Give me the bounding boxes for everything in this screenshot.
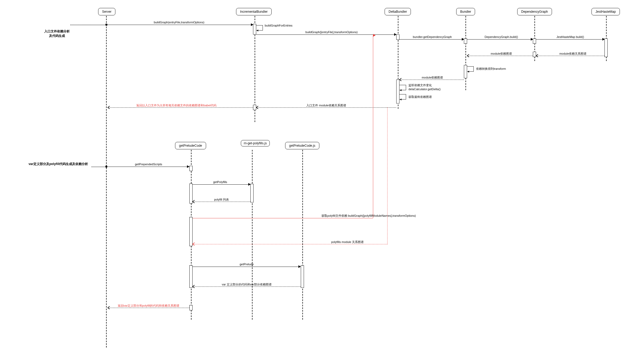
participant-get-prelude-code: getPreludeCode bbox=[175, 142, 206, 149]
msg-module-dep bbox=[467, 56, 533, 56]
lifeline-bundler bbox=[465, 16, 466, 90]
msg-dep-graph-build bbox=[467, 39, 533, 40]
activation-prelude-5 bbox=[189, 305, 193, 310]
participant-dependency-graph: DependencyGraph bbox=[517, 8, 552, 15]
activation-inc-bundler-1 bbox=[253, 24, 256, 34]
arrowhead-red-icon bbox=[193, 243, 195, 245]
label-module-dep: module依赖图谱 bbox=[483, 52, 520, 56]
activation-dep-graph-2 bbox=[533, 52, 536, 57]
arrowhead-icon bbox=[108, 306, 110, 309]
label-entry-module-dep: 入口文件 module依赖关系图谱 bbox=[292, 103, 361, 107]
msg-polyfill-list bbox=[193, 202, 250, 202]
msg-module-dep-rel bbox=[536, 56, 604, 56]
label-return-entry: 返回以入口文件为主所有相关依赖文件的依赖图谱和babel代码 bbox=[117, 103, 236, 107]
activation-prelude-3 bbox=[189, 217, 193, 246]
arrowhead-icon bbox=[400, 99, 401, 101]
msg-get-polyfill-dep bbox=[193, 218, 373, 218]
lifeline-rn-get-polyfills bbox=[252, 150, 253, 320]
arrowhead-icon bbox=[399, 78, 402, 81]
msg-get-dep-graph bbox=[399, 39, 464, 40]
section-label-1: 入口文件依赖分析及代码生成 bbox=[44, 29, 70, 38]
arrowhead-red-icon bbox=[373, 34, 376, 37]
arrowhead-icon bbox=[187, 165, 189, 168]
label-build-graph-1: buildGraph(entryFile,transformOptions) bbox=[133, 21, 225, 24]
participant-delta-bundler: DeltaBundler bbox=[385, 8, 411, 15]
msg-build-graph-1 bbox=[106, 25, 253, 25]
msg-return-entry bbox=[108, 107, 253, 108]
label-dep-transform: 依赖转换得到transform bbox=[476, 67, 506, 71]
msg-get-prepended bbox=[108, 167, 189, 167]
label-polyfill-list: polyfill 列表 bbox=[207, 198, 236, 202]
participant-get-prelude-code-js: getPreludeCode.js bbox=[285, 142, 319, 149]
section-label-2: var定义部分及polyfill代码生成及依赖分析 bbox=[25, 162, 92, 166]
arrowhead-icon bbox=[467, 71, 469, 73]
label-jest-haste-build: JestHasteMap build() bbox=[546, 35, 594, 38]
lifeline-server bbox=[106, 16, 107, 348]
arrowhead-icon bbox=[193, 200, 195, 203]
label-module-dep-rel: module依赖关系图谱 bbox=[552, 52, 594, 56]
participant-incremental-bundler: IncrementalBundler bbox=[236, 8, 272, 15]
activation-jest-haste bbox=[604, 38, 608, 57]
arrowhead-icon bbox=[467, 54, 470, 57]
activation-prelude-js bbox=[301, 265, 304, 288]
label-get-polyfill-dep: 获取polyfill文件依赖 buildGraph([polyfillModul… bbox=[302, 214, 435, 218]
activation-dep-graph-1 bbox=[533, 38, 536, 44]
msg-polyfills-module bbox=[193, 244, 387, 244]
label-get-final-dep: 获取最终依赖图谱 bbox=[408, 95, 432, 99]
arrowhead-icon bbox=[108, 106, 110, 109]
label-listen-dep: 监听依赖文件变化 bbox=[408, 83, 432, 87]
arrowhead-icon bbox=[536, 54, 539, 57]
activation-inc-bundler-2 bbox=[253, 105, 256, 110]
section1-connector bbox=[70, 25, 105, 25]
label-dela-calc: delaCalculator.getDelta() bbox=[408, 88, 441, 91]
label-get-prelude: getPrelude bbox=[231, 263, 263, 266]
label-get-prepended: getPrependedScripts bbox=[122, 163, 175, 166]
vline-red-down bbox=[387, 107, 388, 244]
arrowhead-icon bbox=[193, 285, 195, 288]
label-return-var: 返回var定义部分和polyfill的代码和依赖关系图谱 bbox=[111, 304, 186, 308]
label-dep-graph-build: DependencyGraph.build() bbox=[477, 35, 525, 38]
activation-delta-2 bbox=[396, 80, 399, 103]
msg-return-var bbox=[108, 308, 189, 308]
label-get-polyfills: getPolyfills bbox=[204, 180, 236, 184]
arrowhead-icon bbox=[256, 106, 259, 109]
lifeline-get-prelude-code-js bbox=[302, 150, 303, 320]
arrowhead-icon bbox=[400, 89, 401, 91]
participant-bundler: Bundler bbox=[456, 8, 475, 15]
participant-server: Server bbox=[98, 8, 115, 15]
activation-prelude-4 bbox=[189, 265, 193, 288]
arrowhead-icon bbox=[256, 30, 258, 32]
msg-get-polyfills bbox=[193, 184, 250, 185]
participant-rn-get-polyfills: rn-get-polyfills.js bbox=[241, 140, 270, 146]
activation-prelude-1 bbox=[189, 166, 193, 171]
msg-jest-haste-build bbox=[536, 39, 605, 40]
label-build-graph-entries: buildGraphForEntries bbox=[265, 24, 293, 27]
vline-red-up bbox=[373, 35, 373, 218]
activation-bundler-2 bbox=[464, 65, 467, 78]
label-var-def-code: var 定义部分的代码和var部分依赖图谱 bbox=[210, 283, 284, 286]
msg-entry-module-dep bbox=[256, 107, 396, 108]
activation-rn-polyfills bbox=[250, 184, 254, 202]
activation-prelude-2 bbox=[189, 184, 193, 203]
section2-connector bbox=[92, 167, 105, 167]
activation-bundler-1 bbox=[464, 38, 467, 44]
msg-module-dep-2 bbox=[399, 80, 464, 80]
msg-var-def-code bbox=[193, 286, 301, 287]
arrowhead-icon bbox=[298, 265, 301, 268]
section2-dot bbox=[105, 166, 107, 168]
participant-jest-haste-map: JestHasteMap bbox=[591, 8, 620, 15]
label-get-dep-graph: bundler.getDependencyGraph bbox=[406, 35, 459, 38]
label-module-dep-2: module依赖图谱 bbox=[414, 76, 451, 80]
label-polyfills-module: polyfills module 关系图谱 bbox=[318, 240, 377, 244]
label-build-graph-2: buildGraph([entryFile],transformOptions) bbox=[279, 31, 385, 34]
msg-get-prelude bbox=[193, 267, 301, 267]
activation-delta-1 bbox=[396, 34, 399, 40]
